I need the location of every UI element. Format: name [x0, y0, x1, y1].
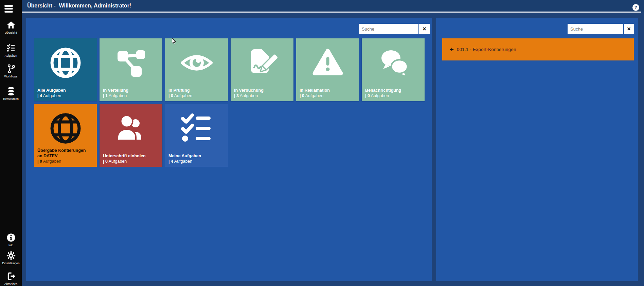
warning-icon [311, 46, 345, 80]
workflow-item-001-1-export-kontierungen[interactable]: + 001.1 - Export-Kontierungen [442, 38, 634, 60]
tile-title: Übergabe Kontierungenan DATEV [37, 148, 95, 159]
tile-title: Meine Aufgaben [168, 153, 226, 159]
help-icon[interactable]: ? [632, 4, 639, 11]
sidebar-item-label: Übersicht [5, 31, 17, 35]
tasks-panel: Aufgaben 21 × Alle Aufgaben | 4 Aufgaben… [26, 18, 432, 281]
checklist-icon [6, 43, 16, 53]
sidebar-item-übersicht[interactable]: Übersicht [0, 20, 22, 35]
tile-label: In Reklamation | 0 Aufgaben [300, 88, 357, 99]
sidebar-item-label: Einstellungen [2, 262, 19, 265]
tile-meine-aufgaben[interactable]: Meine Aufgaben | 4 Aufgaben [165, 104, 228, 167]
tile-title: Unterschrift einholen [103, 153, 161, 159]
tile-in-verteilung[interactable]: In Verteilung | 1 Aufgaben [100, 38, 162, 101]
tile-übergabe-kontierungen-an-datev[interactable]: Übergabe Kontierungenan DATEV | 0 Aufgab… [34, 104, 97, 167]
tile-label: In Prüfung | 0 Aufgaben [168, 88, 226, 99]
tile-title: In Prüfung [168, 88, 226, 93]
page-title: Übersicht -Willkommen, Administrator! [27, 0, 131, 11]
home-icon [6, 20, 16, 30]
plus-icon: + [450, 46, 454, 53]
tile-count: | 1 Aufgaben [103, 93, 161, 99]
tasks-search-clear-button[interactable]: × [419, 24, 430, 34]
tile-count: | 3 Aufgaben [234, 93, 292, 99]
tile-label: Meine Aufgaben | 4 Aufgaben [168, 153, 226, 164]
signdoc-icon [245, 46, 279, 80]
sidebar: Übersicht Aufgaben Workflows Ressourcen … [0, 0, 22, 286]
tile-label: Alle Aufgaben | 4 Aufgaben [37, 88, 95, 99]
header-underline [22, 12, 641, 13]
gear-icon [6, 251, 16, 260]
chat-icon [376, 46, 410, 80]
tile-count: | 0 Aufgaben [365, 93, 423, 99]
tile-title: Benachrichtigung [365, 88, 423, 93]
tile-benachrichtigung[interactable]: Benachrichtigung | 0 Aufgaben [362, 38, 425, 101]
workflows-search-input[interactable] [568, 24, 623, 34]
tile-title: Alle Aufgaben [37, 88, 95, 93]
tile-unterschrift-einholen[interactable]: Unterschrift einholen | 0 Aufgaben [100, 104, 162, 167]
tile-label: Übergabe Kontierungenan DATEV | 0 Aufgab… [37, 148, 95, 164]
checklist-icon [180, 111, 214, 145]
tile-title: In Verteilung [103, 88, 161, 93]
sidebar-item-label: Aufgaben [5, 54, 17, 58]
sidebar-item-ressourcen[interactable]: Ressourcen [0, 87, 22, 101]
sidebar-item-label: Ressourcen [3, 97, 18, 101]
tile-alle-aufgaben[interactable]: Alle Aufgaben | 4 Aufgaben [34, 38, 97, 101]
sidebar-item-workflows[interactable]: Workflows [0, 64, 22, 78]
page-title-prefix: Übersicht - [27, 3, 56, 8]
people-icon [114, 111, 148, 145]
globe-icon [49, 111, 83, 145]
tile-count: | 0 Aufgaben [300, 93, 357, 99]
workflow-item-label: 001.1 - Export-Kontierungen [457, 47, 516, 52]
tile-title: In Verbuchung [234, 88, 292, 93]
sidebar-item-label: Abmelden [4, 282, 17, 286]
sitemap-icon [114, 46, 148, 80]
tasks-search-input[interactable] [359, 24, 418, 34]
tile-count: | 0 Aufgaben [168, 93, 226, 99]
sidebar-item-abmelden[interactable]: Abmelden [0, 272, 22, 286]
sidebar-item-label: Info [8, 244, 13, 247]
tile-in-prüfung[interactable]: In Prüfung | 0 Aufgaben [165, 38, 228, 101]
workflows-search: × [568, 24, 634, 34]
workflows-search-clear-button[interactable]: × [624, 24, 634, 34]
page-title-main: Willkommen, Administrator! [59, 3, 131, 8]
tile-label: Unterschrift einholen | 0 Aufgaben [103, 153, 161, 164]
sidebar-item-aufgaben[interactable]: Aufgaben [0, 43, 22, 58]
tile-title: In Reklamation [300, 88, 357, 93]
eye-icon [180, 46, 214, 80]
menu-icon[interactable] [4, 5, 13, 13]
tasks-search: × [359, 24, 430, 34]
branch-icon [6, 64, 16, 73]
sidebar-item-label: Workflows [4, 75, 17, 78]
tile-label: In Verbuchung | 3 Aufgaben [234, 88, 292, 99]
database-icon [6, 87, 16, 96]
tile-in-verbuchung[interactable]: In Verbuchung | 3 Aufgaben [231, 38, 293, 101]
sidebar-item-einstellungen[interactable]: Einstellungen [0, 251, 22, 265]
tile-in-reklamation[interactable]: In Reklamation | 0 Aufgaben [296, 38, 359, 101]
tile-count: | 4 Aufgaben [37, 93, 95, 99]
tile-count: | 0 Aufgaben [37, 159, 95, 164]
tile-label: Benachrichtigung | 0 Aufgaben [365, 88, 423, 99]
globe-icon [49, 46, 83, 80]
logout-icon [6, 272, 16, 281]
tile-count: | 0 Aufgaben [103, 159, 161, 164]
sidebar-item-info[interactable]: Info [0, 233, 22, 247]
tile-label: In Verteilung | 1 Aufgaben [103, 88, 161, 99]
tile-count: | 4 Aufgaben [168, 159, 226, 164]
workflows-panel: Workflows starten × + 001.1 - Export-Kon… [436, 18, 638, 281]
info-icon [6, 233, 16, 242]
header: Übersicht -Willkommen, Administrator! [22, 0, 644, 12]
